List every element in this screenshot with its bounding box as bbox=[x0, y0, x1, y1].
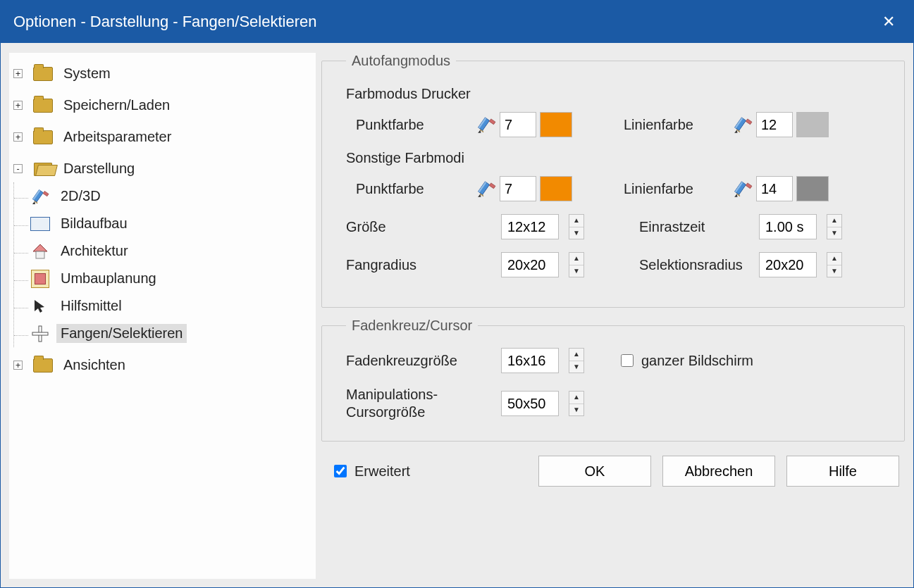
svg-marker-5 bbox=[33, 244, 47, 251]
punktfarbe-pick-button[interactable] bbox=[473, 178, 500, 199]
folder-icon bbox=[32, 129, 54, 146]
fangradius-label: Fangradius bbox=[346, 257, 501, 273]
selektionsradius-spinner[interactable]: ▲▼ bbox=[827, 252, 842, 277]
sonstige-linienfarbe-input[interactable] bbox=[756, 176, 793, 201]
sonstige-linienfarbe-swatch[interactable] bbox=[796, 176, 829, 201]
window-title: Optionen - Darstellung - Fangen/Selektie… bbox=[13, 13, 316, 31]
tree-item-umbauplanung[interactable]: Umbauplanung bbox=[30, 265, 311, 292]
spin-down-icon[interactable]: ▼ bbox=[569, 361, 583, 373]
punktfarbe-label: Punktfarbe bbox=[346, 181, 473, 197]
spin-up-icon[interactable]: ▲ bbox=[569, 253, 583, 265]
group-legend: Fadenkreuz/Cursor bbox=[346, 318, 478, 334]
selektionsradius-label: Selektionsradius bbox=[639, 257, 759, 273]
ganzer-bildschirm-input[interactable] bbox=[621, 354, 634, 367]
spin-down-icon[interactable]: ▼ bbox=[827, 227, 841, 239]
sonstige-punktfarbe-swatch[interactable] bbox=[540, 176, 572, 201]
folder-icon bbox=[32, 65, 54, 82]
folder-icon bbox=[32, 357, 54, 374]
tree-label: Arbeitsparameter bbox=[59, 127, 175, 146]
tree-label: Hilfsmittel bbox=[56, 296, 126, 315]
manip-input[interactable] bbox=[501, 391, 559, 416]
house-icon bbox=[30, 243, 51, 260]
manip-label: Manipulations- Cursorgröße bbox=[346, 386, 501, 421]
tree-label: Speichern/Laden bbox=[59, 96, 174, 115]
collapse-icon[interactable]: - bbox=[13, 164, 23, 173]
linienfarbe-pick-button[interactable] bbox=[729, 114, 756, 135]
tree-item-ansichten[interactable]: + Ansichten bbox=[13, 351, 311, 379]
help-button[interactable]: Hilfe bbox=[786, 456, 899, 487]
punktfarbe-pick-button[interactable] bbox=[473, 114, 500, 135]
options-dialog: Optionen - Darstellung - Fangen/Selektie… bbox=[0, 0, 914, 588]
rectangle-icon bbox=[30, 215, 51, 232]
tree-item-bildaufbau[interactable]: Bildaufbau bbox=[30, 210, 311, 237]
expand-icon[interactable]: + bbox=[13, 69, 23, 78]
close-icon[interactable]: ✕ bbox=[877, 7, 901, 37]
spin-down-icon[interactable]: ▼ bbox=[569, 265, 583, 277]
tree-label: Fangen/Selektieren bbox=[56, 324, 187, 343]
tree-label: Architektur bbox=[56, 242, 132, 261]
expand-icon[interactable]: + bbox=[13, 101, 23, 110]
spin-up-icon[interactable]: ▲ bbox=[827, 215, 841, 227]
selektionsradius-input[interactable] bbox=[759, 252, 817, 277]
crosshair-icon bbox=[30, 325, 51, 342]
umbau-icon bbox=[30, 270, 51, 287]
tree-item-hilfsmittel[interactable]: Hilfsmittel bbox=[30, 292, 311, 320]
drucker-linienfarbe-input[interactable] bbox=[756, 112, 793, 137]
tree-label: Ansichten bbox=[59, 356, 130, 375]
drucker-linienfarbe-swatch[interactable] bbox=[796, 112, 829, 137]
tree-item-2d3d[interactable]: 2D/3D bbox=[30, 182, 311, 210]
spin-up-icon[interactable]: ▲ bbox=[569, 349, 583, 361]
spin-down-icon[interactable]: ▼ bbox=[827, 265, 841, 277]
groesse-label: Größe bbox=[346, 219, 501, 235]
ganzer-bildschirm-label: ganzer Bildschirm bbox=[641, 353, 753, 369]
tree-label: Bildaufbau bbox=[56, 214, 132, 233]
groesse-input[interactable] bbox=[501, 214, 559, 239]
drucker-punktfarbe-swatch[interactable] bbox=[540, 112, 572, 137]
einrastzeit-input[interactable] bbox=[759, 214, 817, 239]
category-tree: + System + Speichern/Laden + bbox=[9, 53, 316, 579]
svg-marker-7 bbox=[35, 300, 44, 313]
fadenkreuz-input[interactable] bbox=[501, 348, 559, 373]
spin-down-icon[interactable]: ▼ bbox=[569, 227, 583, 239]
groesse-spinner[interactable]: ▲▼ bbox=[569, 214, 584, 239]
cursor-group: Fadenkreuz/Cursor Fadenkreuzgröße ▲▼ gan… bbox=[321, 318, 905, 442]
fadenkreuz-spinner[interactable]: ▲▼ bbox=[569, 348, 584, 373]
spin-up-icon[interactable]: ▲ bbox=[827, 253, 841, 265]
tree-item-darstellung[interactable]: - Darstellung bbox=[13, 155, 311, 182]
ok-button[interactable]: OK bbox=[538, 456, 651, 487]
expand-icon[interactable]: + bbox=[13, 132, 23, 142]
tree-item-arbeitsparameter[interactable]: + Arbeitsparameter bbox=[13, 123, 311, 151]
pencil-icon bbox=[30, 188, 51, 205]
subheading-sonstige: Sonstige Farbmodi bbox=[346, 150, 886, 166]
einrastzeit-label: Einrastzeit bbox=[639, 219, 759, 235]
einrastzeit-spinner[interactable]: ▲▼ bbox=[827, 214, 842, 239]
subheading-drucker: Farbmodus Drucker bbox=[346, 86, 886, 102]
tree-item-speichern[interactable]: + Speichern/Laden bbox=[13, 92, 311, 119]
sonstige-punktfarbe-input[interactable] bbox=[500, 176, 536, 201]
tree-item-system[interactable]: + System bbox=[13, 60, 311, 87]
spin-up-icon[interactable]: ▲ bbox=[569, 392, 583, 404]
fangradius-input[interactable] bbox=[501, 252, 559, 277]
tree-label: Umbauplanung bbox=[56, 269, 161, 288]
fangradius-spinner[interactable]: ▲▼ bbox=[569, 252, 584, 277]
spin-up-icon[interactable]: ▲ bbox=[569, 215, 583, 227]
drucker-punktfarbe-input[interactable] bbox=[500, 112, 536, 137]
svg-rect-9 bbox=[32, 332, 48, 335]
tree-item-architektur[interactable]: Architektur bbox=[30, 237, 311, 265]
tree-item-fangen[interactable]: Fangen/Selektieren bbox=[30, 320, 311, 347]
fadenkreuz-label: Fadenkreuzgröße bbox=[346, 353, 501, 369]
erweitert-checkbox[interactable]: Erweitert bbox=[331, 463, 410, 480]
autofangmodus-group: Autofangmodus Farbmodus Drucker Punktfar… bbox=[321, 53, 905, 308]
erweitert-input[interactable] bbox=[334, 465, 347, 477]
spin-down-icon[interactable]: ▼ bbox=[569, 404, 583, 416]
linienfarbe-pick-button[interactable] bbox=[729, 178, 756, 199]
tree-label: 2D/3D bbox=[56, 187, 105, 206]
manip-spinner[interactable]: ▲▼ bbox=[569, 391, 584, 416]
expand-icon[interactable]: + bbox=[13, 361, 23, 370]
folder-icon bbox=[32, 97, 54, 114]
svg-rect-6 bbox=[36, 251, 44, 258]
linienfarbe-label: Linienfarbe bbox=[624, 117, 729, 133]
cancel-button[interactable]: Abbrechen bbox=[662, 456, 775, 487]
ganzer-bildschirm-checkbox[interactable]: ganzer Bildschirm bbox=[618, 352, 886, 369]
dialog-footer: Erweitert OK Abbrechen Hilfe bbox=[321, 451, 905, 491]
